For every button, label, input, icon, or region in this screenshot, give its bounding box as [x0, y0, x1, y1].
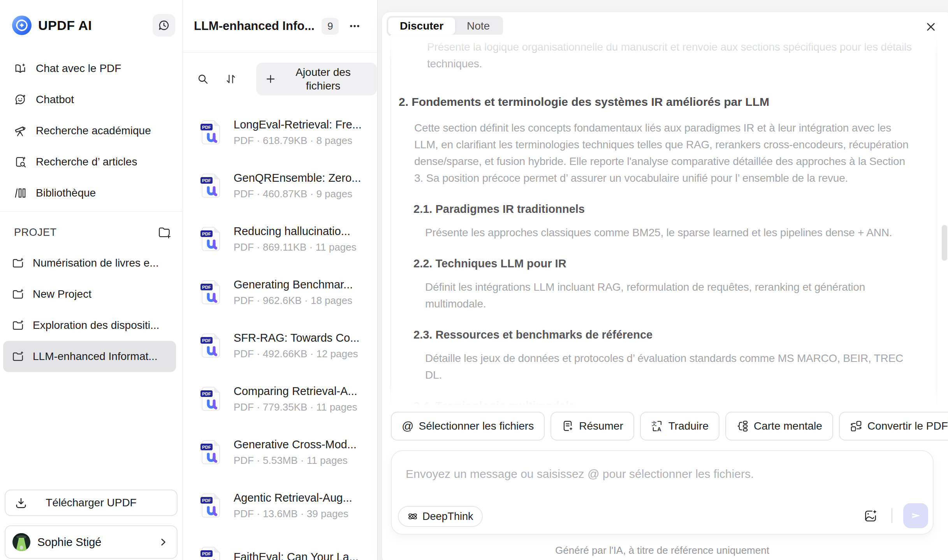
file-title: SFR-RAG: Towards Co... [234, 332, 359, 344]
file-row[interactable]: PDF Reducing hallucinatio... PDF · 869.1… [183, 219, 377, 259]
section-heading: 2. Fondements et terminologie des systèm… [399, 95, 915, 109]
file-meta: PDF · 779.35KB · 11 pages [234, 401, 357, 413]
deepthink-label: DeepThink [422, 511, 473, 523]
avatar [12, 533, 30, 551]
translate-button[interactable]: 文 A Traduire [640, 412, 719, 441]
search-icon[interactable] [197, 73, 209, 85]
svg-text:PDF: PDF [202, 125, 211, 130]
scrollbar-thumb[interactable] [942, 225, 947, 261]
pdf-file-icon: PDF [200, 386, 222, 412]
pdf-file-icon: PDF [200, 439, 222, 465]
project-item-numerisation[interactable]: Numérisation de livres e... [3, 248, 176, 279]
action-label: Résumer [579, 420, 623, 432]
file-row[interactable]: PDF LongEval-Retrieval: Fre... PDF · 618… [183, 112, 377, 153]
project-section-label: PROJET [14, 226, 57, 239]
project-item-new-project[interactable]: New Project [3, 279, 176, 310]
select-files-button[interactable]: @ Sélectionner les fichiers [391, 412, 545, 441]
pdf-file-icon: PDF [200, 333, 222, 358]
svg-text:PDF: PDF [202, 445, 211, 449]
pdf-file-icon: PDF [200, 493, 222, 518]
send-button[interactable] [903, 503, 928, 528]
section-body: Cette section définit les concepts fonda… [414, 119, 916, 186]
plus-icon [265, 73, 276, 85]
subsection-heading: 2.2. Techniques LLM pour IR [413, 257, 915, 270]
file-row[interactable]: PDF Generative Cross-Mod... PDF · 5.53MB… [183, 432, 377, 472]
sidebar-item-label: Recherche d’ articles [36, 156, 137, 168]
chevron-right-icon [158, 537, 168, 547]
outline-intro: Présente la logique organisationnelle du… [427, 39, 913, 72]
composer-divider [892, 508, 892, 523]
chat-panel: Discuter Note Présente la logique organi… [382, 12, 948, 560]
project-title: LLM-enhanced Info... [194, 19, 315, 33]
download-updf-button[interactable]: Télécharger UPDF [5, 490, 178, 516]
sidebar-nav: Chat avec le PDF Chatbot [0, 53, 183, 209]
file-panel: LLM-enhanced Info... 9 Ajou [183, 0, 378, 560]
file-row[interactable]: PDF Agentic Retrieval-Aug... PDF · 13.6M… [183, 485, 377, 526]
mindmap-button[interactable]: Carte mentale [725, 412, 833, 441]
sidebar-item-recherche-articles[interactable]: Recherche d’ articles [0, 146, 183, 177]
quick-actions: @ Sélectionner les fichiers Résumer 文 [391, 412, 948, 441]
pdf-file-icon: PDF [200, 546, 222, 560]
svg-text:A: A [657, 426, 661, 432]
folder-sparkle-icon [12, 319, 25, 332]
file-meta: PDF · 492.66KB · 12 pages [234, 348, 359, 360]
sidebar-item-chat-avec-le-pdf[interactable]: Chat avec le PDF [0, 53, 183, 84]
tab-discuter[interactable]: Discuter [388, 18, 455, 35]
sidebar-item-label: Chat avec le PDF [36, 62, 121, 75]
deepthink-toggle[interactable]: DeepThink [398, 506, 483, 527]
dots-menu-icon[interactable] [346, 18, 364, 34]
svg-text:文: 文 [651, 420, 657, 427]
folder-sparkle-icon [12, 257, 25, 269]
chatbot-icon [14, 93, 27, 106]
sidebar-item-bibliotheque[interactable]: Bibliothèque [0, 177, 183, 209]
convert-pdf-button[interactable]: Convertir le PDF [839, 412, 948, 441]
file-row[interactable]: PDF FaithEval: Can Your La... [183, 539, 377, 560]
file-row[interactable]: PDF SFR-RAG: Towards Co... PDF · 492.66K… [183, 325, 377, 366]
svg-text:PDF: PDF [202, 338, 211, 343]
file-list: PDF LongEval-Retrieval: Fre... PDF · 618… [183, 112, 377, 560]
file-meta: PDF · 618.79KB · 8 pages [234, 135, 362, 147]
summarize-button[interactable]: Résumer [551, 412, 634, 441]
project-item-exploration[interactable]: Exploration des dispositi... [3, 310, 176, 341]
sidebar-item-label: Bibliothèque [36, 187, 96, 199]
document-outline[interactable]: Présente la logique organisationnelle du… [390, 35, 937, 405]
close-icon[interactable] [924, 20, 938, 34]
sidebar-item-chatbot[interactable]: Chatbot [0, 84, 183, 115]
subsection-body: Détaille les jeux de données et protocol… [425, 350, 915, 383]
project-item-llm-enhanced[interactable]: LLM-enhanced Informat... [3, 341, 176, 372]
ai-disclaimer: Généré par l'IA, à titre de référence un… [391, 544, 934, 556]
telescope-icon [14, 125, 27, 137]
new-project-button[interactable] [158, 226, 171, 239]
action-label: Convertir le PDF [867, 420, 948, 432]
summarize-icon [561, 420, 574, 432]
atom-icon [407, 511, 418, 522]
file-meta: PDF · 460.87KB · 9 pages [234, 188, 361, 200]
file-meta: PDF · 5.53MB · 11 pages [234, 455, 357, 467]
file-title: LongEval-Retrieval: Fre... [234, 118, 362, 131]
sort-icon[interactable] [225, 73, 237, 85]
subsection-heading: 2.1. Paradigmes IR traditionnels [413, 203, 915, 216]
project-item-label: New Project [33, 288, 91, 300]
message-input[interactable]: Envoyez un message ou saisissez @ pour s… [406, 467, 754, 481]
folder-sparkle-icon [12, 350, 25, 363]
file-row[interactable]: PDF GenQREnsemble: Zero... PDF · 460.87K… [183, 165, 377, 206]
download-button-label: Télécharger UPDF [5, 490, 177, 515]
subsection-body: Définit les intégrations LLM incluant RA… [425, 279, 915, 312]
chat-history-icon [158, 19, 170, 32]
file-row[interactable]: PDF Generating Benchmar... PDF · 962.6KB… [183, 272, 377, 312]
user-account-button[interactable]: Sophie Stigé [5, 525, 178, 559]
send-icon [909, 509, 922, 522]
convert-icon [850, 420, 862, 432]
chat-history-button[interactable] [153, 14, 175, 37]
brand-title: UPDF AI [38, 18, 92, 33]
message-composer: Envoyez un message ou saisissez @ pour s… [391, 450, 934, 535]
add-files-button[interactable]: Ajouter des fichiers [256, 63, 377, 95]
subsection-body: Présente les approches classiques comme … [425, 224, 915, 241]
file-row[interactable]: PDF Comparing Retrieval-A... PDF · 779.3… [183, 379, 377, 419]
tab-note[interactable]: Note [455, 18, 501, 35]
image-sparkle-icon[interactable] [864, 509, 878, 523]
project-item-label: LLM-enhanced Informat... [33, 350, 158, 363]
sidebar-item-recherche-academique[interactable]: Recherche académique [0, 115, 183, 146]
action-label: Traduire [668, 420, 709, 432]
pdf-file-icon: PDF [200, 226, 222, 252]
